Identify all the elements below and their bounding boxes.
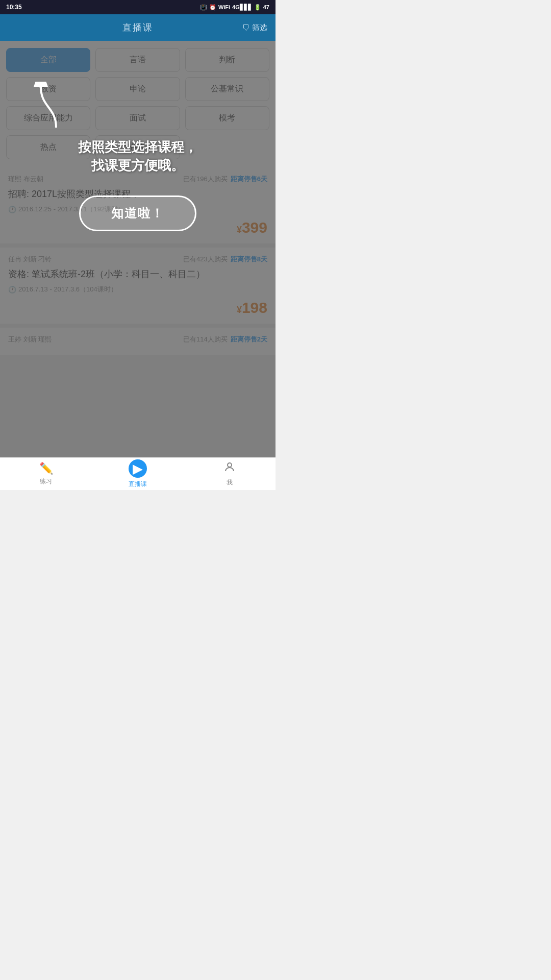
nav-me-label: 我 bbox=[227, 478, 233, 487]
tooltip-line1: 按照类型选择课程， bbox=[78, 138, 197, 156]
status-icons: 📳 ⏰ WiFi 4G▋▋▋ 🔋 47 bbox=[200, 4, 269, 11]
filter-label: 筛选 bbox=[252, 23, 267, 33]
tooltip-line2: 找课更方便哦。 bbox=[78, 156, 197, 175]
tutorial-overlay: 按照类型选择课程， 找课更方便哦。 知道啦！ bbox=[0, 41, 276, 457]
battery-icon: 🔋 bbox=[254, 4, 261, 11]
nav-lianxi-label: 练习 bbox=[40, 477, 52, 486]
filter-button[interactable]: ⛉ 筛选 bbox=[242, 23, 267, 33]
nav-me[interactable]: 我 bbox=[184, 461, 276, 487]
svg-marker-1 bbox=[36, 82, 46, 89]
svg-point-2 bbox=[228, 463, 232, 467]
vibrate-icon: 📳 bbox=[200, 4, 207, 11]
time: 10:35 bbox=[6, 4, 22, 11]
battery-level: 47 bbox=[263, 4, 269, 10]
tooltip-text: 按照类型选择课程， 找课更方便哦。 bbox=[78, 138, 197, 175]
user-icon bbox=[223, 461, 236, 476]
nav-live-label: 直播课 bbox=[129, 480, 147, 488]
nav-live[interactable]: ▶ 直播课 bbox=[92, 459, 184, 488]
play-icon: ▶ bbox=[129, 459, 147, 478]
filter-icon: ⛉ bbox=[242, 23, 250, 32]
know-button[interactable]: 知道啦！ bbox=[79, 195, 196, 231]
wifi-icon: WiFi bbox=[218, 4, 230, 10]
status-bar: 10:35 📳 ⏰ WiFi 4G▋▋▋ 🔋 47 bbox=[0, 0, 276, 14]
signal-icon: 4G▋▋▋ bbox=[232, 4, 252, 11]
arrow-area bbox=[0, 82, 276, 133]
header: 直播课 ⛉ 筛选 bbox=[0, 14, 276, 41]
bottom-nav: ✏️ 练习 ▶ 直播课 我 bbox=[0, 457, 276, 490]
alarm-icon: ⏰ bbox=[209, 4, 216, 11]
nav-lianxi[interactable]: ✏️ 练习 bbox=[0, 462, 92, 486]
page-title: 直播课 bbox=[122, 21, 153, 34]
pencil-icon: ✏️ bbox=[39, 462, 53, 475]
arrow-up-icon bbox=[31, 82, 71, 133]
